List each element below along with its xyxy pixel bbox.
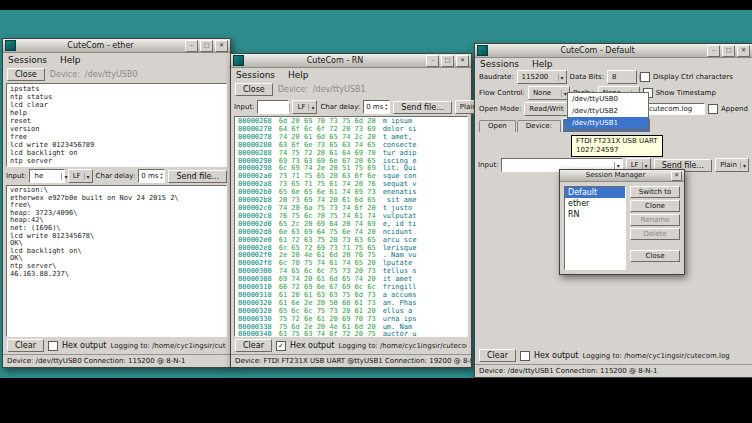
- command-input[interactable]: he ▾: [29, 169, 64, 183]
- menu-help[interactable]: Help: [60, 55, 81, 65]
- session-list-item[interactable]: RN: [565, 209, 625, 220]
- hex-ascii: ellus a: [383, 307, 417, 315]
- rename-button[interactable]: Rename: [630, 214, 680, 226]
- history-line[interactable]: ntp server: [10, 157, 223, 165]
- output-line: lcd backlight on\: [10, 248, 223, 256]
- tab-device[interactable]: Device:: [517, 120, 561, 132]
- titlebar[interactable]: CuteCom - RN – □ ✕: [231, 54, 471, 68]
- maximize-button[interactable]: □: [200, 40, 213, 52]
- history-line[interactable]: free: [10, 133, 223, 141]
- history-line[interactable]: help: [10, 109, 223, 117]
- dropdown-arrow-icon: ▾: [308, 104, 314, 111]
- history-line[interactable]: reset: [10, 117, 223, 125]
- hex-offset: 000002d8: [238, 228, 272, 236]
- close-window-button[interactable]: ✕: [456, 55, 469, 67]
- display-ctrl-checkbox[interactable]: [640, 72, 650, 82]
- clear-button[interactable]: Clear: [235, 339, 272, 352]
- hex-dump-output[interactable]: 000002686d 20 69 70 73 75 6d 20m ipsum 0…: [234, 116, 468, 337]
- device-option[interactable]: /dev/ttyUSB2: [568, 105, 648, 117]
- menubar: Sessions Help: [475, 58, 752, 69]
- line-end-select[interactable]: LF ▾: [292, 100, 317, 114]
- close-window-button[interactable]: ✕: [215, 40, 228, 52]
- input-label: Input:: [478, 161, 498, 169]
- minimize-button[interactable]: –: [426, 55, 439, 67]
- char-delay-spinner[interactable]: 0 ms ▴▾: [138, 169, 165, 183]
- databits-select[interactable]: 8 ▾: [607, 70, 637, 84]
- device-value: /dev/ttyUSB0: [85, 70, 138, 79]
- hex-bytes: 74 20 6a 75 73 74 6f 20: [279, 204, 376, 212]
- send-file-button[interactable]: Send file...: [393, 101, 452, 114]
- history-line[interactable]: lcd backlight on: [10, 149, 223, 157]
- clear-button[interactable]: Clear: [479, 349, 516, 362]
- bottom-controls: Clear Hex output Logging to: /home/cyc1i…: [3, 337, 230, 354]
- terminal-output[interactable]: version:\etherwex e927b0e built on Nov 2…: [6, 185, 227, 337]
- char-delay-spinner[interactable]: 0 ms ▴▾: [363, 100, 390, 114]
- minimize-button[interactable]: –: [707, 45, 720, 57]
- hex-output-checkbox[interactable]: [520, 351, 530, 361]
- hex-ascii: lputate: [383, 259, 417, 267]
- menu-help[interactable]: Help: [288, 70, 309, 80]
- baudrate-select[interactable]: 115200 ▾: [517, 70, 567, 84]
- databits-value: 8: [612, 73, 636, 81]
- hex-output-checkbox[interactable]: [48, 341, 58, 351]
- command-history-list[interactable]: ipstatsntp statuslcd clearhelpresetversi…: [6, 83, 227, 167]
- minimize-button[interactable]: –: [185, 40, 198, 52]
- display-mode-select[interactable]: Plain ▾: [715, 158, 749, 172]
- clear-button[interactable]: Clear: [7, 339, 44, 352]
- send-file-button[interactable]: Send file...: [168, 170, 227, 183]
- window-title: CuteCom - RN: [246, 55, 424, 66]
- hex-output-checkbox[interactable]: ✓: [276, 341, 286, 351]
- close-window-button[interactable]: ✕: [737, 45, 750, 57]
- window-title: CuteCom - Default: [490, 45, 705, 56]
- maximize-button[interactable]: □: [722, 45, 735, 57]
- checkbox-check-icon: ✓: [278, 342, 284, 350]
- device-option[interactable]: /dev/ttyUSB0: [568, 93, 648, 105]
- command-input[interactable]: ▾: [257, 100, 289, 114]
- device-option[interactable]: /dev/ttyUSB1: [568, 117, 648, 129]
- history-line[interactable]: ipstats: [10, 85, 223, 93]
- delete-button[interactable]: Delete: [630, 228, 680, 240]
- hex-offset: 000002f0: [238, 251, 272, 259]
- close-connection-button[interactable]: Close: [7, 68, 45, 81]
- hex-offset: 00000328: [238, 307, 272, 315]
- history-line[interactable]: lcd clear: [10, 101, 223, 109]
- clone-button[interactable]: Clone: [630, 200, 680, 212]
- menu-help[interactable]: Help: [532, 59, 553, 69]
- switch-to-button[interactable]: Switch to: [630, 186, 680, 198]
- input-label: Input:: [234, 103, 254, 111]
- statusbar: Device: /dev/ttyUSB0 Connection: 115200 …: [3, 354, 230, 367]
- append-checkbox[interactable]: [708, 104, 718, 114]
- hex-bytes: 74 75 72 20 61 64 69 70: [279, 149, 376, 157]
- close-dialog-button[interactable]: ✕: [671, 171, 682, 181]
- history-line[interactable]: version: [10, 125, 223, 133]
- session-list[interactable]: DefaultetherRN: [564, 186, 626, 270]
- log-file-field[interactable]: cutecom.log: [645, 103, 705, 115]
- titlebar[interactable]: CuteCom - ether – □ ✕: [3, 39, 230, 53]
- session-list-item[interactable]: Default: [565, 187, 625, 198]
- close-connection-button[interactable]: Close: [235, 83, 273, 96]
- history-line[interactable]: ntp status: [10, 93, 223, 101]
- flow-control-select[interactable]: None ▾: [528, 86, 570, 100]
- hex-ascii: ncidunt: [383, 228, 417, 236]
- hex-offset: 00000278: [238, 133, 272, 141]
- hex-offset: 000002a0: [238, 172, 272, 180]
- menu-sessions[interactable]: Sessions: [480, 59, 519, 69]
- append-label: Append: [721, 105, 748, 113]
- line-end-value: LF: [631, 161, 639, 169]
- session-list-item[interactable]: ether: [565, 198, 625, 209]
- hex-ascii: t justo: [383, 204, 417, 212]
- close-session-manager-button[interactable]: Close: [630, 250, 680, 262]
- tab-open[interactable]: Open: [479, 120, 516, 132]
- menu-sessions[interactable]: Sessions: [236, 70, 275, 80]
- titlebar[interactable]: CuteCom - Default – □ ✕: [475, 44, 752, 58]
- hex-ascii: t amet,: [383, 133, 417, 141]
- hex-ascii: vulputat: [383, 212, 417, 220]
- history-line[interactable]: lcd write 0123456789: [10, 141, 223, 149]
- menubar: Sessions Help: [3, 53, 230, 66]
- line-end-select[interactable]: LF ▾: [68, 169, 93, 183]
- cutecom-icon: [233, 55, 244, 66]
- maximize-button[interactable]: □: [441, 55, 454, 67]
- dialog-titlebar[interactable]: Session Manager ✕: [560, 170, 684, 182]
- hex-ascii: dolor si: [383, 125, 417, 133]
- menu-sessions[interactable]: Sessions: [8, 55, 47, 65]
